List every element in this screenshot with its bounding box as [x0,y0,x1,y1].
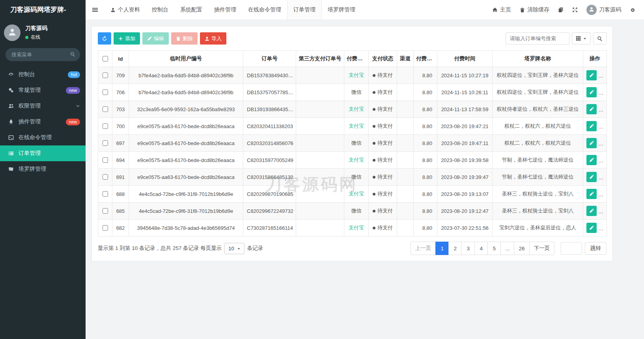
table-row[interactable]: 6823945648e-7d38-5c78-adad-4e3b65695d74C… [98,220,607,237]
topnav-item-3[interactable]: 插件管理 [208,0,242,20]
import-button[interactable]: 导入 [200,32,226,45]
row-edit-button[interactable] [586,87,597,97]
edit-button[interactable]: 编辑 [142,32,169,45]
row-edit-button[interactable] [586,138,597,148]
topnav-item-6[interactable]: 塔罗牌管理 [322,0,361,20]
row-checkbox[interactable] [103,208,108,214]
fullscreen-button[interactable] [568,0,582,20]
menu-search-input[interactable] [6,48,80,61]
username-label: 刀客源码 [599,6,621,13]
topnav-item-5[interactable]: 订单管理 [287,0,322,20]
row-edit-button[interactable] [586,155,597,165]
page-5[interactable]: 5 [487,242,501,255]
row-edit-button[interactable] [586,121,597,131]
table-row[interactable]: 709b7fe4ae2-ba9a-6dd5-84b8-d89402c36f9bD… [98,67,607,84]
order-search-input[interactable] [506,32,569,45]
settings-button[interactable] [625,0,640,20]
topnav-item-2[interactable]: 系统配置 [174,0,208,20]
table-row[interactable]: 700e9ce0575-aa63-6170-bede-dcd8b26eaacaC… [98,118,607,135]
topnav-item-1[interactable]: 控制台 [146,0,174,20]
row-edit-button[interactable] [586,223,597,233]
clear-cache-button[interactable]: 清除缓存 [515,0,554,20]
cell-order-no: C820299870190685 [243,186,296,203]
sidebar-item-1[interactable]: 常规管理new [0,82,86,98]
row-checkbox[interactable] [103,89,108,95]
topnav-item-label: 订单管理 [293,6,315,13]
cell-ops [583,220,607,237]
table-row[interactable]: 6854e4c5cad-72be-c9f6-31f8-7012b19b6d9eC… [98,203,607,220]
home-link[interactable]: 主页 [488,0,515,20]
cell-time: 2023-08-20 19:47:11 [437,135,493,152]
page-2[interactable]: 2 [448,242,462,255]
cell-tarot: 宝剑六逆位，圣杯皇后逆位，恋人 [493,220,583,237]
page-1[interactable]: 1 [435,242,449,255]
row-edit-button[interactable] [586,189,597,199]
columns-button[interactable] [572,32,591,45]
select-all-cell [98,51,112,67]
cell-channel: 微信 [344,135,369,152]
summary-suffix: 条记录 [247,245,263,252]
row-checkbox[interactable] [103,225,108,231]
sidebar-item-4[interactable]: 在线命令管理 [0,130,86,145]
search-button[interactable] [593,32,607,45]
user-info: 刀客源码 在线 [25,25,47,41]
row-checkbox[interactable] [103,140,108,146]
row-checkbox[interactable] [103,174,108,180]
table-row[interactable]: 691e9ce0575-aa63-6170-bede-dcd8b26eaacaC… [98,169,607,186]
page-26[interactable]: 26 [514,242,529,255]
page-4[interactable]: 4 [474,242,488,255]
sidebar-item-3[interactable]: 插件管理new [0,114,86,130]
orders-table: Id临时用户编号订单号第三方支付订单号付费渠道支付状态渠道付费金额付费时间塔罗牌… [98,50,607,237]
table-row[interactable]: 694e9ce0575-aa63-6170-bede-dcd8b26eaacaC… [98,152,607,169]
status-dot-icon [373,108,375,111]
topnav-item-0[interactable]: 个人资料 [105,0,146,20]
page-prev[interactable]: 上一页 [411,242,436,255]
sidebar-toggle-button[interactable] [86,0,105,20]
delete-button[interactable]: 删除 [171,32,198,45]
home-icon [492,7,498,13]
row-edit-button[interactable] [586,70,597,80]
cell-channel: 微信 [344,169,369,186]
cell-third-no [296,67,344,84]
column-header: 支付状态 [369,51,397,67]
cell-order-no: DB13919386643576 [243,101,296,118]
row-checkbox[interactable] [103,123,108,129]
select-all-checkbox[interactable] [103,56,108,61]
jump-button[interactable]: 跳转 [585,242,607,255]
row-checkbox[interactable] [103,157,108,163]
sidebar-item-2[interactable]: 权限管理 [0,98,86,114]
topnav-item-4[interactable]: 在线命令管理 [242,0,287,20]
row-checkbox[interactable] [103,106,108,112]
table-row[interactable]: 697e9ce0575-aa63-6170-bede-dcd8b26eaacaC… [98,135,607,152]
refresh-button[interactable] [98,32,111,45]
per-page-select[interactable]: 10 [224,243,244,254]
add-button[interactable]: 添加 [114,32,140,45]
column-header: 订单号 [243,51,296,67]
row-checkbox[interactable] [103,191,108,197]
table-row[interactable]: 6884e4c5cad-72be-c9f6-31f8-7012b19b6d9eC… [98,186,607,203]
row-edit-button[interactable] [586,172,597,182]
online-dot-icon [25,36,28,39]
row-checkbox[interactable] [103,73,108,78]
sidebar-item-5[interactable]: 订单管理 [0,145,86,161]
sidebar-item-label: 常规管理 [19,87,41,94]
table-row[interactable]: 706b7fe4ae2-ba9a-6dd5-84b8-d89402c36f9bD… [98,84,607,101]
sidebar-item-label: 插件管理 [19,118,41,125]
page-next[interactable]: 下一页 [529,242,555,255]
jump-page-input[interactable] [561,242,582,255]
sidebar-item-0[interactable]: 控制台hot [0,67,86,82]
window-switch-button[interactable] [554,0,568,20]
cell-tarot: 圣杯三，权杖骑士逆位，宝剑八 [493,186,583,203]
cell-status: 待支付 [369,67,397,84]
row-edit-button[interactable] [586,206,597,216]
row-edit-button[interactable] [586,104,597,114]
sidebar-item-6[interactable]: 塔罗牌管理 [0,161,86,177]
user-menu[interactable]: 刀客源码 [582,0,625,20]
clear-cache-label: 清除缓存 [527,6,549,13]
page-3[interactable]: 3 [461,242,475,255]
table-row[interactable]: 70332c3ea95-6e09-9592-162a-6a55ba9e8293D… [98,101,607,118]
sidebar-item-label: 在线命令管理 [19,134,52,141]
status-dot-icon [373,91,375,94]
table-header-row: Id临时用户编号订单号第三方支付订单号付费渠道支付状态渠道付费金额付费时间塔罗牌… [98,51,607,67]
cell-status: 待支付 [369,203,397,220]
